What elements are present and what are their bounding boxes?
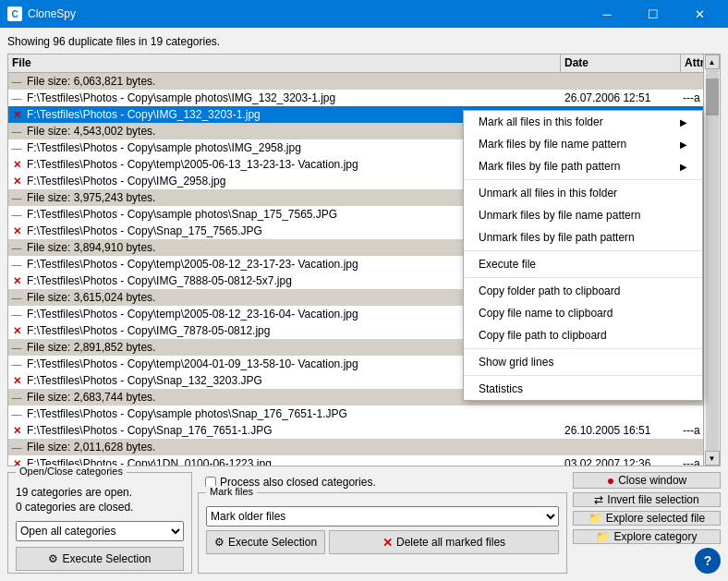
file-row-name: F:\Testfiles\Photos - Copy\1DN_0100-06-1…	[25, 456, 561, 466]
file-row-name: F:\Testfiles\Photos - Copy\sample photos…	[25, 406, 561, 421]
folder-icon: 📁	[588, 512, 602, 525]
x-mark-icon: ✕	[8, 225, 25, 237]
close-window-button[interactable]: ● Close window	[573, 472, 721, 489]
bottom-area: Open/Close categories 19 categories are …	[7, 472, 721, 574]
closed-count: 0 categories are closed.	[16, 501, 184, 514]
table-row[interactable]: —F:\Testfiles\Photos - Copy\sample photo…	[8, 90, 720, 106]
dash-icon: —	[8, 92, 25, 103]
explore-file-button[interactable]: 📁 Explore selected file	[573, 511, 721, 526]
file-row-date: 26.10.2005 16:51	[561, 423, 681, 438]
x-mark-icon: ✕	[8, 458, 25, 466]
mark-select[interactable]: Mark older files	[206, 506, 559, 527]
context-menu-item-4[interactable]: Unmark files by file name pattern	[464, 204, 702, 226]
scroll-down-button[interactable]: ▼	[705, 451, 720, 466]
window-controls: ─ ☐ ✕	[586, 0, 721, 28]
table-row[interactable]: ✕F:\Testfiles\Photos - Copy\1DN_0100-06-…	[8, 455, 720, 466]
context-menu-item-11[interactable]: Statistics	[464, 378, 702, 400]
context-menu-item-10[interactable]: Show grid lines	[464, 351, 702, 373]
context-menu-separator	[464, 179, 702, 180]
mark-files-panel: Mark files Mark older files ⚙ Execute Se…	[198, 492, 567, 574]
dash-icon: —	[8, 76, 25, 87]
column-date: Date	[561, 54, 681, 72]
invert-file-button[interactable]: ⇄ Invert file selection	[573, 492, 721, 507]
table-row[interactable]: —File size: 6,063,821 bytes.	[8, 73, 720, 90]
explore-category-button[interactable]: 📁 Explore category	[573, 529, 721, 544]
dash-icon: —	[8, 259, 25, 270]
file-row-date	[561, 413, 681, 415]
x-mark-icon: ✕	[8, 159, 25, 171]
scrollbar[interactable]: ▲ ▼	[703, 73, 720, 466]
x-mark-icon: ✕	[8, 176, 25, 188]
x-mark-icon: ✕	[8, 109, 25, 121]
mark-execute-button[interactable]: ⚙ Execute Selection	[206, 530, 325, 554]
context-menu-item-7[interactable]: Copy folder path to clipboard	[464, 280, 702, 302]
app-title: CloneSpy	[28, 7, 586, 20]
context-menu-item-2[interactable]: Mark files by file path pattern▶	[464, 155, 702, 177]
window-close-button[interactable]: ✕	[678, 0, 721, 28]
dash-icon: —	[8, 442, 25, 453]
dash-icon: —	[8, 142, 25, 153]
close-icon: ●	[607, 473, 614, 488]
file-row-date: 26.07.2006 12:51	[561, 91, 681, 105]
context-menu-item-1[interactable]: Mark files by file name pattern▶	[464, 133, 702, 155]
mark-row: Mark older files	[206, 506, 559, 527]
maximize-button[interactable]: ☐	[632, 0, 674, 28]
dash-icon: —	[8, 342, 25, 353]
dash-icon: —	[8, 408, 25, 419]
context-menu-separator	[464, 250, 702, 251]
file-row-name: File size: 6,063,821 bytes.	[25, 74, 561, 89]
context-menu-item-0[interactable]: Mark all files in this folder▶	[464, 111, 702, 133]
gear-icon: ⚙	[48, 552, 58, 565]
file-row-date	[561, 446, 681, 448]
file-row-name: File size: 2,011,628 bytes.	[25, 440, 561, 454]
file-row-name: F:\Testfiles\Photos - Copy\Snap_176_7651…	[25, 423, 561, 438]
dash-icon: —	[8, 392, 25, 403]
gear-icon-mark: ⚙	[214, 536, 224, 549]
context-menu-item-8[interactable]: Copy file name to clipboard	[464, 302, 702, 324]
column-file: File	[8, 54, 561, 72]
open-count: 19 categories are open.	[16, 486, 184, 499]
minimize-button[interactable]: ─	[586, 0, 628, 28]
context-menu-item-9[interactable]: Copy file path to clipboard	[464, 324, 702, 346]
dash-icon: —	[8, 242, 25, 253]
context-menu-item-5[interactable]: Unmark files by file path pattern	[464, 226, 702, 248]
x-mark-icon: ✕	[8, 325, 25, 337]
context-menu-separator	[464, 348, 702, 349]
folder2-icon: 📁	[596, 530, 610, 543]
x-mark-icon: ✕	[8, 425, 25, 437]
x-mark-icon: ✕	[8, 275, 25, 287]
open-close-execute-button[interactable]: ⚙ Execute Selection	[16, 547, 184, 571]
dash-icon: —	[8, 209, 25, 220]
x-mark-icon: ✕	[8, 375, 25, 387]
table-row[interactable]: —File size: 2,011,628 bytes.	[8, 439, 720, 455]
scroll-track[interactable]	[706, 73, 719, 451]
context-menu-separator	[464, 375, 702, 376]
title-bar: C CloneSpy ─ ☐ ✕	[0, 0, 728, 28]
file-list-container: File Date Attr. —File size: 6,063,821 by…	[7, 54, 721, 466]
scroll-thumb[interactable]	[706, 79, 719, 115]
red-x-icon: ✕	[382, 536, 393, 550]
file-row-date: 03.02.2007 12:36	[561, 456, 681, 466]
invert-icon: ⇄	[594, 493, 603, 506]
open-close-select[interactable]: Open all categories	[16, 521, 184, 541]
dash-icon: —	[8, 309, 25, 320]
dash-icon: —	[8, 292, 25, 303]
dash-icon: —	[8, 192, 25, 203]
status-text: Showing 96 duplicate files in 19 categor…	[7, 35, 721, 48]
help-button[interactable]: ?	[695, 548, 721, 574]
table-row[interactable]: ✕F:\Testfiles\Photos - Copy\Snap_176_765…	[8, 422, 720, 439]
app-icon: C	[7, 6, 22, 21]
context-menu-item-6[interactable]: Execute file	[464, 253, 702, 275]
context-menu: Mark all files in this folder▶Mark files…	[463, 110, 703, 401]
delete-marked-button[interactable]: ✕ Delete all marked files	[329, 530, 559, 554]
process-mark-area: Process also closed categories. Mark fil…	[198, 472, 567, 574]
context-menu-item-3[interactable]: Unmark all files in this folder	[464, 182, 702, 204]
table-row[interactable]: —F:\Testfiles\Photos - Copy\sample photo…	[8, 405, 720, 422]
dash-icon: —	[8, 358, 25, 369]
open-close-label: Open/Close categories	[16, 466, 127, 477]
dash-icon: —	[8, 126, 25, 137]
context-menu-separator	[464, 277, 702, 278]
mark-files-label: Mark files	[206, 486, 257, 497]
open-close-panel: Open/Close categories 19 categories are …	[7, 472, 192, 574]
file-row-name: F:\Testfiles\Photos - Copy\sample photos…	[25, 91, 561, 105]
